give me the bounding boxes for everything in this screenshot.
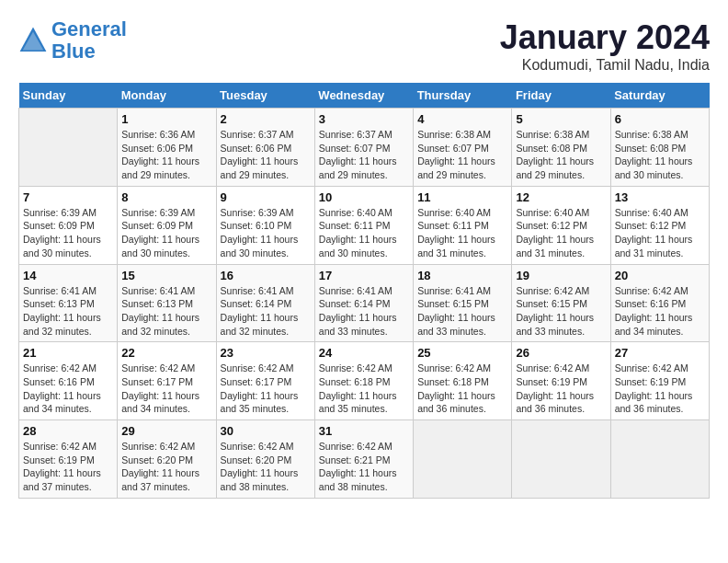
day-info: Sunrise: 6:42 AMSunset: 6:19 PMDaylight:… [23,440,113,494]
day-info: Sunrise: 6:42 AMSunset: 6:19 PMDaylight:… [615,362,705,416]
calendar-cell: 16Sunrise: 6:41 AMSunset: 6:14 PMDayligh… [216,264,314,342]
weekday-header-friday: Friday [512,83,610,109]
day-number: 12 [516,190,606,204]
day-info: Sunrise: 6:42 AMSunset: 6:18 PMDaylight:… [417,362,507,416]
day-number: 6 [615,112,705,126]
day-info: Sunrise: 6:38 AMSunset: 6:08 PMDaylight:… [516,128,606,182]
day-info: Sunrise: 6:42 AMSunset: 6:17 PMDaylight:… [121,362,211,416]
calendar-cell: 18Sunrise: 6:41 AMSunset: 6:15 PMDayligh… [414,264,512,342]
day-info: Sunrise: 6:42 AMSunset: 6:21 PMDaylight:… [319,440,409,494]
day-info: Sunrise: 6:38 AMSunset: 6:08 PMDaylight:… [615,128,705,182]
calendar-cell: 22Sunrise: 6:42 AMSunset: 6:17 PMDayligh… [118,342,216,420]
day-info: Sunrise: 6:42 AMSunset: 6:19 PMDaylight:… [516,362,606,416]
day-number: 3 [319,112,409,126]
day-number: 10 [319,190,409,204]
calendar-cell [414,420,512,499]
logo-text: General Blue [51,18,127,63]
calendar-cell: 24Sunrise: 6:42 AMSunset: 6:18 PMDayligh… [314,342,413,420]
day-info: Sunrise: 6:42 AMSunset: 6:20 PMDaylight:… [221,440,311,494]
day-info: Sunrise: 6:36 AMSunset: 6:06 PMDaylight:… [121,128,211,182]
calendar-cell: 30Sunrise: 6:42 AMSunset: 6:20 PMDayligh… [216,420,314,499]
day-info: Sunrise: 6:42 AMSunset: 6:20 PMDaylight:… [121,440,211,494]
day-info: Sunrise: 6:40 AMSunset: 6:12 PMDaylight:… [615,206,705,260]
calendar-cell [19,109,118,187]
logo-line2: Blue [51,40,96,63]
day-info: Sunrise: 6:41 AMSunset: 6:13 PMDaylight:… [121,284,211,339]
day-info: Sunrise: 6:42 AMSunset: 6:18 PMDaylight:… [319,362,409,416]
day-info: Sunrise: 6:39 AMSunset: 6:10 PMDaylight:… [221,206,311,260]
day-number: 11 [417,190,507,204]
day-number: 20 [615,269,705,282]
calendar-cell: 6Sunrise: 6:38 AMSunset: 6:08 PMDaylight… [610,109,709,187]
calendar-header: SundayMondayTuesdayWednesdayThursdayFrid… [19,83,710,109]
calendar-cell: 2Sunrise: 6:37 AMSunset: 6:06 PMDaylight… [216,109,314,187]
day-info: Sunrise: 6:42 AMSunset: 6:16 PMDaylight:… [23,362,113,416]
calendar-cell: 27Sunrise: 6:42 AMSunset: 6:19 PMDayligh… [610,342,709,420]
day-number: 31 [319,424,409,438]
calendar-week-5: 28Sunrise: 6:42 AMSunset: 6:19 PMDayligh… [19,420,710,499]
day-info: Sunrise: 6:37 AMSunset: 6:07 PMDaylight:… [319,128,409,182]
day-number: 24 [319,346,409,360]
day-info: Sunrise: 6:37 AMSunset: 6:06 PMDaylight:… [221,128,311,182]
calendar-cell: 17Sunrise: 6:41 AMSunset: 6:14 PMDayligh… [314,264,413,342]
day-number: 17 [319,269,409,282]
calendar-cell: 8Sunrise: 6:39 AMSunset: 6:09 PMDaylight… [118,186,216,264]
day-number: 18 [417,269,507,282]
weekday-header-row: SundayMondayTuesdayWednesdayThursdayFrid… [19,83,710,109]
weekday-header-thursday: Thursday [414,83,512,109]
calendar-cell: 14Sunrise: 6:41 AMSunset: 6:13 PMDayligh… [19,264,118,342]
day-info: Sunrise: 6:39 AMSunset: 6:09 PMDaylight:… [121,206,211,260]
calendar-week-2: 7Sunrise: 6:39 AMSunset: 6:09 PMDaylight… [19,186,710,264]
day-info: Sunrise: 6:40 AMSunset: 6:11 PMDaylight:… [319,206,409,260]
calendar-cell: 20Sunrise: 6:42 AMSunset: 6:16 PMDayligh… [610,264,709,342]
day-number: 13 [615,190,705,204]
day-info: Sunrise: 6:41 AMSunset: 6:13 PMDaylight:… [23,284,113,339]
day-info: Sunrise: 6:41 AMSunset: 6:14 PMDaylight:… [319,284,409,339]
calendar-cell: 9Sunrise: 6:39 AMSunset: 6:10 PMDaylight… [216,186,314,264]
day-number: 25 [417,346,507,360]
calendar-cell: 3Sunrise: 6:37 AMSunset: 6:07 PMDaylight… [314,109,413,187]
calendar-cell: 13Sunrise: 6:40 AMSunset: 6:12 PMDayligh… [610,186,709,264]
calendar-cell: 25Sunrise: 6:42 AMSunset: 6:18 PMDayligh… [414,342,512,420]
calendar-table: SundayMondayTuesdayWednesdayThursdayFrid… [18,83,710,499]
day-info: Sunrise: 6:41 AMSunset: 6:15 PMDaylight:… [417,284,507,339]
day-number: 27 [615,346,705,360]
calendar-cell: 29Sunrise: 6:42 AMSunset: 6:20 PMDayligh… [118,420,216,499]
calendar-cell: 1Sunrise: 6:36 AMSunset: 6:06 PMDaylight… [118,109,216,187]
logo: General Blue [18,18,127,63]
calendar-cell: 4Sunrise: 6:38 AMSunset: 6:07 PMDaylight… [414,109,512,187]
day-info: Sunrise: 6:40 AMSunset: 6:11 PMDaylight:… [417,206,507,260]
weekday-header-monday: Monday [118,83,216,109]
day-info: Sunrise: 6:42 AMSunset: 6:15 PMDaylight:… [516,284,606,339]
calendar-cell: 28Sunrise: 6:42 AMSunset: 6:19 PMDayligh… [19,420,118,499]
calendar-cell [512,420,610,499]
calendar-week-1: 1Sunrise: 6:36 AMSunset: 6:06 PMDaylight… [19,109,710,187]
month-title: January 2024 [500,18,710,57]
weekday-header-saturday: Saturday [610,83,709,109]
day-info: Sunrise: 6:39 AMSunset: 6:09 PMDaylight:… [23,206,113,260]
location-subtitle: Kodumudi, Tamil Nadu, India [500,57,710,74]
calendar-cell: 26Sunrise: 6:42 AMSunset: 6:19 PMDayligh… [512,342,610,420]
calendar-cell: 15Sunrise: 6:41 AMSunset: 6:13 PMDayligh… [118,264,216,342]
day-number: 4 [417,112,507,126]
day-number: 9 [221,190,311,204]
calendar-cell: 10Sunrise: 6:40 AMSunset: 6:11 PMDayligh… [314,186,413,264]
weekday-header-sunday: Sunday [19,83,118,109]
day-number: 23 [221,346,311,360]
calendar-cell [610,420,709,499]
day-number: 26 [516,346,606,360]
day-number: 15 [121,269,211,282]
day-info: Sunrise: 6:40 AMSunset: 6:12 PMDaylight:… [516,206,606,260]
calendar-body: 1Sunrise: 6:36 AMSunset: 6:06 PMDaylight… [19,109,710,499]
weekday-header-wednesday: Wednesday [314,83,413,109]
day-number: 1 [121,112,211,126]
day-number: 29 [121,424,211,438]
day-number: 5 [516,112,606,126]
day-info: Sunrise: 6:41 AMSunset: 6:14 PMDaylight:… [221,284,311,339]
logo-icon [18,26,48,55]
calendar-cell: 19Sunrise: 6:42 AMSunset: 6:15 PMDayligh… [512,264,610,342]
day-number: 8 [121,190,211,204]
day-number: 21 [23,346,113,360]
day-number: 7 [23,190,113,204]
calendar-cell: 21Sunrise: 6:42 AMSunset: 6:16 PMDayligh… [19,342,118,420]
